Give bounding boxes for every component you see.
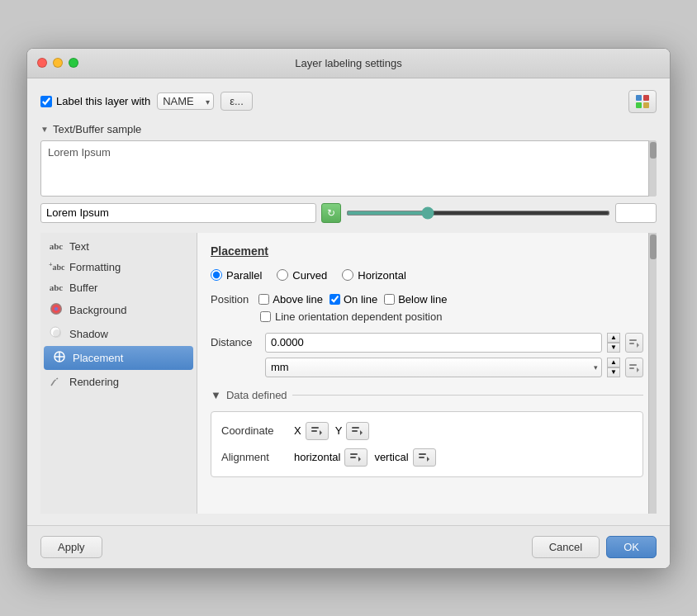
above-line-label: Above line [273, 293, 323, 306]
main-body: abc Text +abc Formatting abc Buffer [40, 233, 657, 514]
window-title: Layer labeling settings [295, 57, 401, 69]
field-icon [628, 337, 640, 348]
align-horizontal-label: horizontal [294, 451, 340, 463]
apply-preview-button[interactable]: ↻ [321, 203, 341, 223]
preview-collapse-icon[interactable]: ▼ [40, 125, 49, 134]
svg-rect-27 [419, 453, 426, 455]
settings-icon-button[interactable] [628, 90, 657, 113]
close-button[interactable] [37, 58, 47, 68]
label-checkbox-label[interactable]: Label this layer with [40, 95, 150, 107]
sidebar: abc Text +abc Formatting abc Buffer [40, 233, 197, 514]
slider-value-input[interactable] [615, 203, 657, 223]
coord-y-button[interactable] [346, 422, 369, 440]
main-panel-scroll-thumb[interactable] [650, 235, 657, 259]
unit-select-wrap: mm px pt cm in [265, 358, 602, 377]
preview-scrollbar[interactable] [648, 140, 657, 197]
sidebar-label-text: Text [69, 240, 89, 253]
slider-container [346, 211, 610, 216]
sidebar-item-shadow[interactable]: Shadow [40, 322, 197, 346]
preview-section-title: Text/Buffer sample [53, 123, 141, 135]
coordinate-label: Coordinate [221, 424, 287, 437]
buffer-icon: abc [49, 282, 64, 292]
unit-select[interactable]: mm px pt cm in [265, 358, 602, 377]
preview-slider[interactable] [346, 211, 610, 216]
preview-box: Lorem Ipsum [40, 140, 657, 197]
cancel-button[interactable]: Cancel [532, 536, 600, 558]
coord-x-item: X [294, 422, 329, 440]
on-line-option[interactable]: On line [330, 293, 377, 306]
radio-horizontal-input[interactable] [342, 269, 353, 281]
above-line-option[interactable]: Above line [258, 293, 323, 306]
align-horizontal-item: horizontal [294, 448, 367, 467]
spinbox-up[interactable]: ▲ [607, 333, 620, 343]
radio-row: Parallel Curved Horizontal [211, 269, 643, 282]
radio-parallel[interactable]: Parallel [211, 269, 262, 282]
radio-curved-input[interactable] [277, 269, 288, 281]
orientation-checkbox-label[interactable]: Line orientation dependent position [260, 310, 643, 323]
distance-input[interactable] [265, 333, 602, 353]
sidebar-item-formatting[interactable]: +abc Formatting [40, 257, 197, 277]
data-defined-divider: ▼ Data defined [211, 389, 643, 401]
align-horizontal-button[interactable] [344, 448, 367, 467]
label-layer-checkbox[interactable] [40, 96, 52, 107]
distance-spinbox: ▲ ▼ [607, 333, 620, 353]
above-line-checkbox[interactable] [258, 294, 269, 305]
svg-rect-13 [629, 343, 634, 344]
unit-field-button[interactable] [625, 358, 643, 377]
sidebar-item-buffer[interactable]: abc Buffer [40, 277, 197, 298]
text-icon: abc [49, 241, 64, 251]
sidebar-item-background[interactable]: Background [40, 298, 197, 322]
sidebar-label-rendering: Rendering [69, 376, 119, 388]
preview-scroll-thumb[interactable] [650, 142, 657, 159]
field-select[interactable]: NAME ID LABEL [157, 92, 214, 110]
align-vertical-button[interactable] [413, 448, 436, 467]
svg-rect-24 [350, 453, 358, 455]
sidebar-item-rendering[interactable]: Rendering [40, 370, 197, 394]
coord-y-item: Y [335, 422, 370, 440]
expr-button[interactable]: ε... [220, 92, 253, 111]
radio-curved-label: Curved [292, 269, 327, 282]
radio-curved[interactable]: Curved [277, 269, 327, 282]
spinbox-down[interactable]: ▼ [607, 343, 620, 353]
sidebar-label-buffer: Buffer [69, 282, 97, 294]
svg-rect-18 [311, 427, 319, 429]
below-line-option[interactable]: Below line [384, 293, 447, 306]
on-line-label: On line [344, 293, 377, 306]
on-line-checkbox[interactable] [330, 294, 340, 305]
align-vertical-label: vertical [374, 451, 408, 463]
apply-button[interactable]: Apply [40, 536, 102, 558]
unit-spinbox-down[interactable]: ▼ [607, 367, 620, 377]
bottom-bar: Apply Cancel OK [27, 525, 670, 568]
background-icon [49, 302, 64, 318]
preview-input[interactable] [40, 203, 316, 223]
distance-field-button[interactable] [625, 333, 643, 353]
svg-rect-22 [352, 430, 358, 432]
radio-parallel-input[interactable] [211, 269, 222, 281]
placement-icon [52, 350, 67, 366]
svg-line-10 [51, 381, 55, 386]
main-panel-scrollbar[interactable] [648, 233, 657, 514]
svg-rect-25 [350, 457, 356, 458]
svg-marker-29 [427, 457, 429, 462]
position-row: Position Above line On line Below line [211, 293, 643, 306]
main-content: Label this layer with NAME ID LABEL ε... [27, 78, 670, 525]
rendering-icon [49, 374, 64, 390]
maximize-button[interactable] [69, 58, 78, 68]
sidebar-item-text[interactable]: abc Text [40, 236, 197, 257]
window-controls [37, 58, 78, 68]
svg-point-4 [50, 303, 62, 315]
unit-row: mm px pt cm in ▲ ▼ [211, 358, 643, 377]
svg-point-6 [53, 329, 61, 338]
ok-button[interactable]: OK [606, 536, 657, 558]
titlebar: Layer labeling settings [27, 49, 670, 78]
minimize-button[interactable] [53, 58, 63, 68]
collapse-icon[interactable]: ▼ [211, 389, 221, 401]
formatting-icon: +abc [49, 262, 64, 272]
orientation-checkbox[interactable] [260, 311, 271, 322]
unit-spinbox-up[interactable]: ▲ [607, 358, 620, 367]
field-select-wrap: NAME ID LABEL [157, 92, 214, 110]
radio-horizontal[interactable]: Horizontal [342, 269, 406, 282]
sidebar-item-placement[interactable]: Placement [44, 346, 193, 370]
below-line-checkbox[interactable] [384, 294, 395, 305]
coord-x-button[interactable] [306, 422, 329, 440]
